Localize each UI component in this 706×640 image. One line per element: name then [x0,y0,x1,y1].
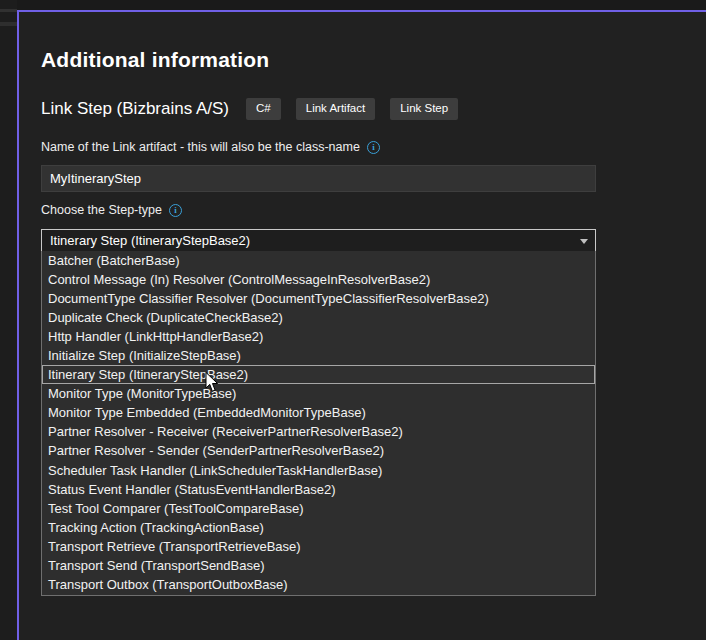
dropdown-option[interactable]: Transport Outbox (TransportOutboxBase) [42,575,595,594]
template-heading-row: Link Step (Bizbrains A/S) C#Link Artifac… [41,98,458,120]
additional-information-dialog: Additional information Link Step (Bizbra… [17,10,706,640]
dropdown-option[interactable]: Transport Retrieve (TransportRetrieveBas… [42,537,595,556]
dropdown-option[interactable]: Tracking Action (TrackingActionBase) [42,518,595,537]
step-type-dropdown-list[interactable]: Batcher (BatcherBase)Control Message (In… [41,251,596,596]
template-tag-badge[interactable]: Link Artifact [296,98,375,120]
background-window-edge [0,9,17,12]
artifact-name-label: Name of the Link artifact - this will al… [41,140,380,154]
dropdown-option[interactable]: Monitor Type (MonitorTypeBase) [42,384,595,403]
background-window-edge [0,22,17,26]
dropdown-option[interactable]: Control Message (In) Resolver (ControlMe… [42,270,595,289]
dropdown-option[interactable]: Status Event Handler (StatusEventHandler… [42,480,595,499]
info-icon[interactable]: i [169,204,182,217]
dropdown-option[interactable]: Initialize Step (InitializeStepBase) [42,346,595,365]
step-type-label-text: Choose the Step-type [41,203,162,217]
dropdown-option[interactable]: Http Handler (LinkHttpHandlerBase2) [42,327,595,346]
info-icon[interactable]: i [367,141,380,154]
dropdown-option[interactable]: DocumentType Classifier Resolver (Docume… [42,289,595,308]
dropdown-option[interactable]: Partner Resolver - Receiver (ReceiverPar… [42,422,595,441]
template-tag-badge[interactable]: Link Step [390,98,458,120]
background-top-strip [17,0,706,10]
template-tag-badge[interactable]: C# [246,98,281,120]
dropdown-option[interactable]: Duplicate Check (DuplicateCheckBase2) [42,308,595,327]
artifact-name-label-text: Name of the Link artifact - this will al… [41,140,360,154]
step-type-label: Choose the Step-type i [41,203,182,217]
dropdown-option[interactable]: Monitor Type Embedded (EmbeddedMonitorTy… [42,403,595,422]
artifact-name-input[interactable] [41,165,596,192]
dropdown-option[interactable]: Transport Send (TransportSendBase) [42,556,595,575]
dropdown-option[interactable]: Batcher (BatcherBase) [42,251,595,270]
screen: Additional information Link Step (Bizbra… [0,0,706,640]
chevron-down-icon[interactable] [580,239,588,244]
mouse-cursor [205,372,219,397]
dropdown-option[interactable]: Scheduler Task Handler (LinkSchedulerTas… [42,461,595,480]
step-type-selected-value: Itinerary Step (ItineraryStepBase2) [50,233,250,248]
template-name-heading: Link Step (Bizbrains A/S) [41,99,229,119]
template-badges: C#Link ArtifactLink Step [246,98,458,120]
step-type-combobox[interactable]: Itinerary Step (ItineraryStepBase2) [41,229,596,252]
page-title: Additional information [41,48,269,72]
dropdown-option[interactable]: Itinerary Step (ItineraryStepBase2) [42,365,595,384]
dropdown-option[interactable]: Test Tool Comparer (TestToolCompareBase) [42,499,595,518]
dropdown-option[interactable]: Partner Resolver - Sender (SenderPartner… [42,441,595,460]
